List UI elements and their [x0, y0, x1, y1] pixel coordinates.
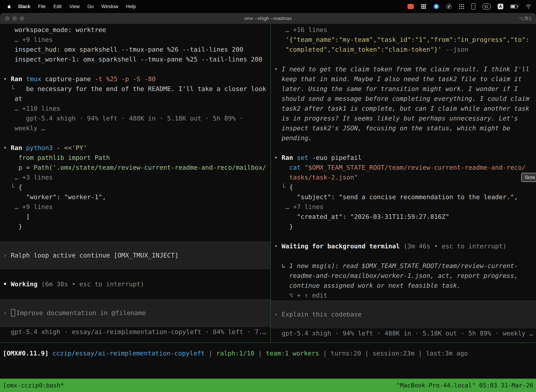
terminal-line: └ {	[274, 182, 536, 192]
omx-status-line: [OMX#0.11.9] cczip/essay/ai-reimplementa…	[0, 343, 536, 358]
terminal-line: }	[3, 222, 270, 232]
terminal-line: cat "$OMX_TEAM_STATE_ROOT/team/review-cu…	[274, 163, 536, 173]
menu-item-window[interactable]: Window	[98, 4, 122, 9]
input-source-icon[interactable]: A	[498, 4, 503, 9]
wifi-icon[interactable]	[526, 4, 531, 9]
terminal-line: should send a message before completing …	[274, 94, 536, 104]
terminal-output: • Working (6m 38s • esc to interrupt)	[0, 269, 270, 299]
terminal-line: is in progress? It seems likely but perh…	[274, 113, 536, 123]
terminal-line: readme-and-reco/mailbox/worker-1.json, a…	[274, 271, 536, 281]
terminal-line	[3, 269, 270, 279]
terminal-line: • Ran set -euo pipefail	[274, 153, 536, 163]
terminal-line: "worker": "worker-1",	[3, 192, 270, 202]
terminal-line: • I need to get the claim token from the…	[274, 64, 536, 74]
window-title: omx --xhigh --madmax	[244, 16, 292, 21]
desktop: Slack FileEditViewGoWindowHelp 61 A	[0, 0, 536, 392]
terminal-line: at	[3, 94, 270, 104]
terminal-line: … +110 lines	[3, 104, 270, 113]
terminal-line	[274, 232, 536, 241]
terminal-line	[274, 251, 536, 261]
terminal-line	[3, 64, 270, 74]
close-button[interactable]	[5, 16, 10, 21]
blue-app-icon[interactable]	[433, 4, 439, 9]
terminal-line	[3, 232, 270, 241]
battery-percent-badge[interactable]: 61	[482, 4, 491, 9]
terminal-line: • Ran python3 - <<'PY'	[3, 143, 270, 153]
terminal-line: ]	[3, 212, 270, 222]
terminal-line: '{"team_name":"my-team","task_id":"1","f…	[274, 35, 536, 45]
terminal-line: from pathlib import Path	[3, 153, 270, 163]
terminal-line	[3, 133, 270, 143]
terminal-output: … +16 lines '{"team_name":"my-team","tas…	[271, 25, 536, 300]
terminal-line: … +9 lines	[3, 35, 270, 45]
device-icon[interactable]	[471, 3, 475, 10]
terminal-line: … +9 lines	[3, 202, 270, 212]
terminal-line: • Waiting for background terminal (3m 46…	[274, 241, 536, 251]
terminal-line: workspace_mode: worktree	[3, 25, 270, 35]
terminal-line: pending.	[274, 133, 536, 143]
terminal-line: … +7 lines	[274, 202, 536, 212]
menu-app-name[interactable]: Slack	[14, 4, 34, 9]
terminal-window: omx --xhigh --madmax ⌥⌘1 workspace_mode:…	[0, 13, 536, 392]
left-terminal-pane[interactable]: workspace_mode: worktree … +9 lines insp…	[0, 24, 270, 342]
tmux-panes: workspace_mode: worktree … +9 lines insp…	[0, 24, 536, 342]
terminal-line: … +3 lines	[3, 173, 270, 182]
terminal-line: inspect_hud: omx sparkshell --tmux-pane …	[3, 45, 270, 54]
tmux-host-clock: "MacBook-Pro-44.local" 05:03 31-Mar-26	[396, 380, 533, 390]
battery-icon[interactable]	[510, 4, 518, 9]
zoom-button[interactable]	[20, 16, 24, 21]
terminal-line: keep that in mind. Maybe I also need the…	[274, 74, 536, 84]
terminal-line: inspect_worker-1: omx sparkshell --tmux-…	[3, 54, 270, 64]
dark-app-icon[interactable]	[446, 4, 452, 9]
terminal-line: • Ran tmux capture-pane -t %25 -p -S -80	[3, 74, 270, 84]
terminal-line: └ be necessary for the end of the README…	[3, 84, 270, 94]
terminal-line: }	[274, 222, 536, 232]
terminal-line: ⌥ + ↑ edit	[274, 290, 536, 300]
prompt-input[interactable]: › Improve documentation in @filename	[0, 299, 270, 327]
terminal-line: later. Using the same for transition mig…	[274, 84, 536, 94]
terminal-line: "completed","claim_token":"claim-token"}…	[274, 45, 536, 54]
terminal-line	[274, 143, 536, 153]
terminal-line: "subject": "send a concise recommendatio…	[274, 192, 536, 202]
terminal-content: workspace_mode: worktree … +9 lines insp…	[0, 24, 536, 392]
terminal-line: ↳ 1 new msg(s): read $OMX_TEAM_STATE_ROO…	[274, 261, 536, 271]
terminal-output: workspace_mode: worktree … +9 lines insp…	[0, 25, 270, 241]
tmux-session-label[interactable]: [omx-cczip0:bash*	[3, 380, 64, 390]
menu-items: FileEditViewGoWindowHelp	[34, 4, 140, 9]
window-controls	[5, 16, 24, 21]
terminal-line: p = Path('.omx/state/team/review-current…	[3, 163, 270, 173]
ralph-loop-notice: › Ralph loop active continue [OMX_TMUX_I…	[0, 241, 270, 269]
terminal-line: continue assigned work or next feasible …	[274, 281, 536, 290]
minimize-button[interactable]	[12, 16, 17, 21]
menu-item-view[interactable]: View	[66, 4, 84, 9]
menu-bar: Slack FileEditViewGoWindowHelp 61 A	[0, 0, 536, 13]
terminal-line: tasks/task-2.json"	[274, 173, 536, 182]
screen-recording-indicator[interactable]	[407, 4, 414, 9]
screen-share-overlay-badge[interactable]: Scre	[521, 173, 536, 182]
window-title-bar[interactable]: omx --xhigh --madmax ⌥⌘1	[0, 13, 536, 24]
text-cursor	[11, 309, 15, 317]
terminal-line: • Working (6m 38s • esc to interrupt)	[3, 279, 270, 289]
menu-status-icons: 61 A	[407, 3, 531, 10]
menu-item-edit[interactable]: Edit	[50, 4, 66, 9]
terminal-line: › Ralph loop active continue [OMX_TMUX_I…	[3, 250, 270, 260]
right-terminal-pane[interactable]: … +16 lines '{"team_name":"my-team","tas…	[271, 24, 536, 342]
terminal-line: "created_at": "2026-03-31T11:59:27.816Z"	[274, 212, 536, 222]
menu-item-file[interactable]: File	[34, 4, 50, 9]
dots-grid-icon[interactable]	[459, 4, 464, 9]
terminal-line: gpt-5.4 xhigh · essay/ai-reimplementatio…	[3, 327, 270, 337]
keyboard-grid-icon[interactable]	[421, 4, 426, 9]
apple-menu-icon[interactable]	[5, 4, 14, 9]
terminal-line	[274, 54, 536, 64]
terminal-line: └ {	[3, 182, 270, 192]
prompt-suggestion[interactable]: › Explain this codebase	[271, 300, 536, 328]
menu-item-go[interactable]: Go	[84, 4, 98, 9]
terminal-line: weekly …	[3, 123, 270, 133]
terminal-line: gpt-5.4 xhigh · 94% left · 488K in · 5.1…	[3, 113, 270, 123]
terminal-line: gpt-5.4 xhigh · 94% left · 488K in · 5.1…	[274, 328, 536, 338]
menu-item-help[interactable]: Help	[122, 4, 140, 9]
terminal-line: inspect task2's JSON, focusing on the st…	[274, 123, 536, 133]
pane-footer: gpt-5.4 xhigh · 94% left · 488K in · 5.1…	[271, 328, 536, 338]
terminal-line: … +16 lines	[274, 25, 536, 35]
terminal-line: › Improve documentation in @filename	[3, 308, 270, 318]
